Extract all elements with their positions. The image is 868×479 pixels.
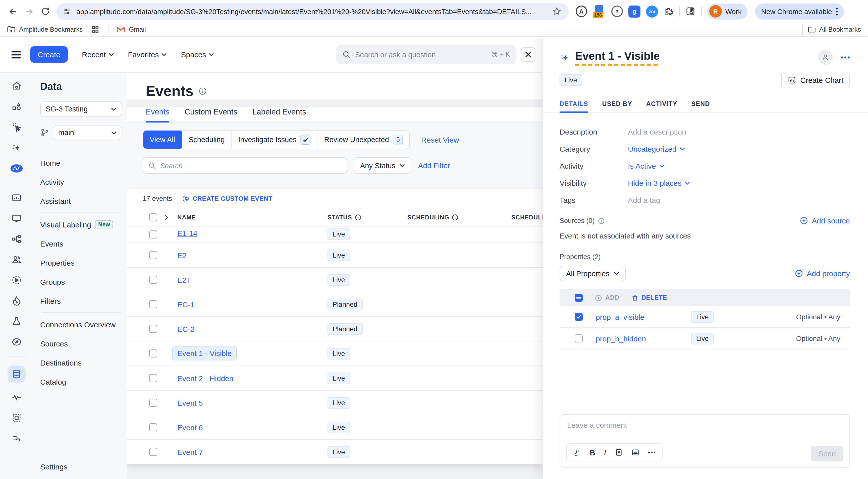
click-cursor-icon[interactable] <box>10 121 23 133</box>
sparkles-icon[interactable] <box>10 141 23 154</box>
tab-search-icon[interactable] <box>685 6 696 17</box>
selection-icon[interactable] <box>10 412 23 424</box>
visibility-dropdown[interactable]: Hide in 3 places <box>628 179 690 187</box>
row-checkbox[interactable] <box>149 276 157 284</box>
tab-send[interactable]: SEND <box>691 100 710 113</box>
event-link[interactable]: E1-14 <box>177 229 328 237</box>
bookmark-amplitude-folder[interactable]: Amplitude Bookmarks <box>7 26 83 33</box>
sidebar-item-settings[interactable]: Settings <box>40 462 67 471</box>
more-menu-icon[interactable] <box>841 56 850 59</box>
bookmark-gmail[interactable]: Gmail <box>117 26 146 33</box>
site-settings-icon[interactable] <box>62 7 71 16</box>
sidebar-item-connections-overview[interactable]: Connections Overview <box>40 315 122 334</box>
add-source-link[interactable]: Add source <box>800 216 850 225</box>
table-row[interactable]: Event 7 Live <box>127 440 542 464</box>
column-name[interactable]: NAME <box>177 214 328 221</box>
event-link[interactable]: E2 <box>177 251 328 259</box>
sidebar-item-home[interactable]: Home <box>40 153 122 172</box>
row-checkbox[interactable] <box>149 374 157 382</box>
sidebar-item-groups[interactable]: Groups <box>40 272 122 291</box>
properties-select-all-checkbox[interactable] <box>575 294 583 302</box>
sidebar-item-assistant[interactable]: Assistant <box>40 191 122 211</box>
dashboard-chart-icon[interactable] <box>10 192 23 204</box>
shapes-icon[interactable] <box>10 100 23 113</box>
table-row[interactable]: EC-1 Planned <box>127 292 542 317</box>
event-link[interactable]: Event 5 <box>177 398 328 407</box>
send-button[interactable]: Send <box>811 446 843 461</box>
property-checkbox[interactable] <box>575 313 583 321</box>
chrome-update-chip[interactable]: New Chrome available <box>755 3 844 19</box>
info-icon[interactable] <box>598 217 605 224</box>
expand-chevron-icon[interactable] <box>163 214 169 220</box>
row-checkbox[interactable] <box>149 325 157 333</box>
bookmark-apps-grid-icon[interactable] <box>92 26 99 33</box>
monitor-icon[interactable] <box>10 213 23 224</box>
bookmark-star-icon[interactable] <box>552 6 562 16</box>
properties-delete-action[interactable]: DELETE <box>631 294 667 301</box>
property-row[interactable]: prop_a_visible Live Optional • Any <box>560 306 850 328</box>
row-checkbox[interactable] <box>149 423 157 431</box>
event-link[interactable]: EC-2 <box>177 325 328 333</box>
all-bookmarks[interactable]: All Bookmarks <box>808 26 861 33</box>
sidebar-item-destinations[interactable]: Destinations <box>40 353 122 372</box>
view-all-button[interactable]: View All <box>143 130 182 149</box>
pulse-icon[interactable] <box>10 391 23 403</box>
properties-add-action[interactable]: ADD <box>595 294 619 301</box>
snippet-icon[interactable] <box>615 448 623 456</box>
flow-tree-icon[interactable] <box>10 233 23 245</box>
row-checkbox[interactable] <box>149 448 157 456</box>
event-link[interactable]: EC-1 <box>177 300 328 309</box>
compass-icon[interactable] <box>10 336 23 348</box>
url-bar[interactable]: app.amplitude.com/data/amplitude/SG-3%20… <box>56 3 569 20</box>
comment-box[interactable]: Leave a comment B I <box>560 414 850 468</box>
tab-events[interactable]: Events <box>146 107 169 122</box>
global-search[interactable]: ⌘ + K <box>336 45 516 64</box>
replay-play-icon[interactable] <box>10 274 23 286</box>
row-checkbox[interactable] <box>149 251 157 259</box>
grammarly-icon[interactable]: g <box>628 5 641 17</box>
onepassword-icon[interactable] <box>611 5 623 17</box>
event-link[interactable]: Event 6 <box>177 423 328 432</box>
events-search[interactable] <box>143 157 347 174</box>
close-search-button[interactable] <box>521 47 535 62</box>
sidebar-item-filters[interactable]: Filters <box>40 291 122 310</box>
column-status[interactable]: STATUS <box>328 214 407 221</box>
column-scheduled[interactable]: SCHEDULED <box>512 214 542 221</box>
tab-details[interactable]: DETAILS <box>560 100 588 113</box>
sidebar-item-events[interactable]: Events <box>40 234 122 253</box>
column-scheduling[interactable]: SCHEDULING <box>407 214 512 221</box>
amplitude-extension-icon[interactable]: A <box>576 5 587 17</box>
create-custom-event-link[interactable]: CREATE CUSTOM EVENT <box>182 195 272 202</box>
route-icon[interactable] <box>10 432 23 444</box>
table-row[interactable]: Event 6 Live <box>127 415 542 440</box>
hamburger-menu-icon[interactable] <box>7 45 25 64</box>
investigate-issues-button[interactable]: Investigate Issues <box>231 131 317 149</box>
extensions-puzzle-icon[interactable] <box>663 6 674 16</box>
mention-icon[interactable] <box>573 448 581 456</box>
zoom-icon[interactable]: zm <box>646 5 658 17</box>
recent-menu[interactable]: Recent <box>82 50 114 59</box>
amplitude-logo[interactable] <box>10 162 23 174</box>
description-placeholder[interactable]: Add a description <box>628 127 686 136</box>
create-chart-button[interactable]: Create Chart <box>781 72 850 88</box>
row-checkbox[interactable] <box>149 230 157 238</box>
activity-dropdown[interactable]: Is Active <box>628 161 664 170</box>
property-link[interactable]: prop_a_visible <box>596 313 691 321</box>
ai-sparkle-icon[interactable] <box>560 53 570 63</box>
add-filter-link[interactable]: Add Filter <box>418 161 450 170</box>
info-icon[interactable] <box>198 87 207 95</box>
owner-avatar-icon[interactable] <box>818 50 833 65</box>
row-checkbox[interactable] <box>149 399 157 407</box>
sidebar-item-activity[interactable]: Activity <box>40 172 122 191</box>
scheduling-view-button[interactable]: Scheduling <box>182 131 231 149</box>
row-checkbox[interactable] <box>149 300 157 308</box>
add-property-link[interactable]: Add property <box>795 269 850 278</box>
table-row[interactable]: EC-2 Planned <box>127 317 542 342</box>
reset-view-link[interactable]: Reset View <box>421 135 459 144</box>
more-formatting-icon[interactable] <box>648 451 655 453</box>
select-all-checkbox[interactable] <box>149 213 157 221</box>
home-icon[interactable] <box>10 80 23 92</box>
category-dropdown[interactable]: Uncategorized <box>628 145 685 153</box>
sidebar-item-sources[interactable]: Sources <box>40 334 122 353</box>
forward-icon[interactable] <box>21 3 37 19</box>
